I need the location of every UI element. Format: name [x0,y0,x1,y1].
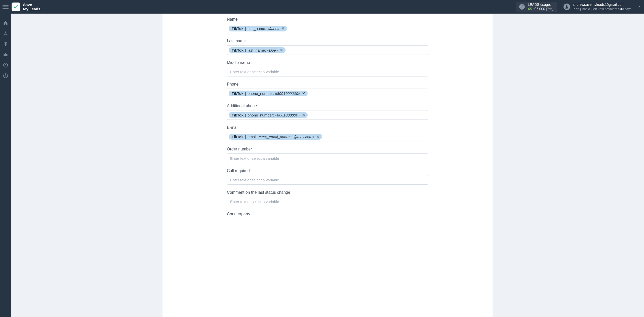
topbar: Save My Leads. i LEADS usage: 45 of 5'00… [0,0,644,14]
app-name-line2: My Leads. [23,7,42,11]
token-value: «8001000000» [275,91,300,96]
user-icon [565,5,569,9]
token-source: TikTok [232,135,244,139]
main-scroll[interactable]: NameTikTok | first_name: «Jane»✕Last nam… [11,14,644,317]
help-icon [3,73,8,78]
chevron-down-icon[interactable] [637,5,640,9]
field-9: Counterparty [227,212,428,216]
variable-token[interactable]: TikTok | last_name: «Doe»✕ [229,47,286,53]
token-source: TikTok [232,113,244,117]
sitemap-icon [3,31,8,36]
field-7: Call required [227,169,428,185]
field-label: Comment on the last status change [227,190,428,195]
form-panel: NameTikTok | first_name: «Jane»✕Last nam… [163,14,493,317]
token-key: phone_number: [248,113,274,117]
token-value: «8001000000» [275,113,300,117]
variable-token[interactable]: TikTok | phone_number: «8001000000»✕ [229,91,308,96]
token-key: first_name: [248,26,266,31]
variable-input[interactable]: TikTok | last_name: «Doe»✕ [227,45,428,55]
token-source: TikTok [232,48,244,52]
svg-point-0 [566,5,568,7]
field-2: Middle name [227,60,428,76]
menu-toggle-button[interactable] [3,4,9,10]
checkmark-icon [13,4,19,10]
nav-connections[interactable] [0,28,11,39]
usage-title: LEADS usage: [528,3,553,7]
token-remove-button[interactable]: ✕ [302,113,305,117]
token-key: email: [248,135,258,139]
field-1: Last nameTikTok | last_name: «Doe»✕ [227,39,428,55]
usage-total: 5'000 [537,7,545,11]
token-key: phone_number: [248,91,274,96]
app-name-line1: Save [23,3,42,7]
field-6: Order number [227,147,428,163]
token-value: «Jane» [267,26,279,31]
usage-of: of [533,7,536,11]
user-circle-icon [3,63,8,68]
variable-input[interactable] [227,175,428,185]
variable-token[interactable]: TikTok | first_name: «Jane»✕ [229,26,287,31]
account-info: andrewsavemyleads@gmail.com Plan | Basic… [573,3,631,11]
field-label: Order number [227,147,428,151]
token-source: TikTok [232,91,244,96]
svg-point-4 [5,76,6,77]
nav-help[interactable] [0,70,11,81]
leads-usage-box[interactable]: i LEADS usage: 45 of 5'000 (1%) [516,2,557,12]
dollar-icon [3,42,8,47]
field-0: NameTikTok | first_name: «Jane»✕ [227,17,428,33]
token-remove-button[interactable]: ✕ [302,91,305,95]
usage-count: 45 [528,7,532,11]
nav-profile[interactable] [0,60,11,70]
token-remove-button[interactable]: ✕ [281,26,285,30]
text-input[interactable] [229,155,426,162]
variable-token[interactable]: TikTok | email: «test_email_address@mail… [229,134,322,140]
field-label: Name [227,17,428,22]
usage-text: LEADS usage: 45 of 5'000 (1%) [528,3,553,11]
svg-point-2 [5,64,6,65]
variable-input[interactable]: TikTok | first_name: «Jane»✕ [227,24,428,33]
account-email: andrewsavemyleads@gmail.com [573,3,631,7]
nav-workspace[interactable] [0,49,11,60]
field-label: Last name [227,39,428,43]
variable-input[interactable] [227,67,428,76]
variable-token[interactable]: TikTok | phone_number: «8001000000»✕ [229,112,308,118]
field-label: E-mail [227,125,428,130]
token-value: «Doe» [267,48,278,52]
field-label: Phone [227,82,428,87]
token-remove-button[interactable]: ✕ [316,135,319,139]
nav-billing[interactable] [0,39,11,49]
home-icon [3,20,8,25]
field-label: Additional phone [227,104,428,108]
variable-input[interactable] [227,197,428,206]
app-name: Save My Leads. [23,3,42,11]
variable-input[interactable]: TikTok | email: «test_email_address@mail… [227,132,428,141]
variable-input[interactable]: TikTok | phone_number: «8001000000»✕ [227,89,428,98]
field-label: Call required [227,169,428,173]
field-label: Counterparty [227,212,428,216]
field-5: E-mailTikTok | email: «test_email_addres… [227,125,428,141]
field-8: Comment on the last status change [227,190,428,206]
avatar [564,4,570,10]
field-4: Additional phoneTikTok | phone_number: «… [227,104,428,120]
app-logo[interactable] [12,3,20,11]
token-source: TikTok [232,26,244,31]
token-key: last_name: [248,48,266,52]
sidebar [0,14,11,317]
usage-percent: (1%) [546,7,554,11]
field-label: Middle name [227,60,428,65]
text-input[interactable] [229,68,426,75]
account-menu[interactable]: andrewsavemyleads@gmail.com Plan | Basic… [564,3,640,11]
briefcase-icon [3,52,8,57]
text-input[interactable] [229,176,426,183]
token-remove-button[interactable]: ✕ [280,48,283,52]
variable-input[interactable]: TikTok | phone_number: «8001000000»✕ [227,110,428,120]
account-plan: Plan | Basic | left until payment 130 da… [573,7,631,11]
info-icon: i [519,4,525,10]
nav-home[interactable] [0,18,11,28]
text-input[interactable] [229,198,426,205]
field-3: PhoneTikTok | phone_number: «8001000000»… [227,82,428,98]
variable-input[interactable] [227,153,428,163]
token-value: «test_email_address@mail.com» [259,135,314,139]
